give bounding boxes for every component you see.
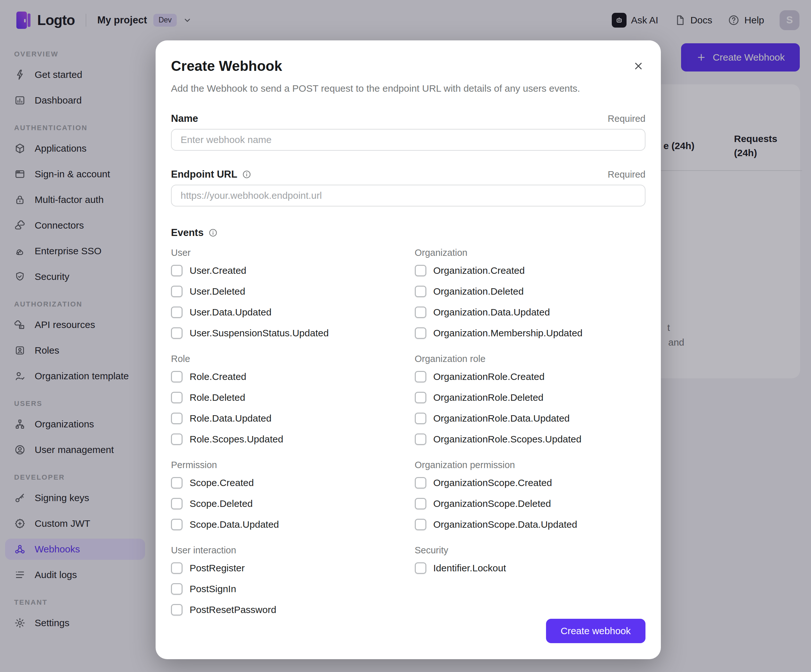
checkbox-user-data-updated[interactable] (171, 306, 183, 318)
checkbox-organization-data-updated[interactable] (415, 306, 426, 318)
event-row: Scope.Deleted (171, 497, 402, 511)
event-group-organization-permission: Organization permissionOrganizationScope… (415, 459, 646, 532)
required-badge: Required (607, 113, 645, 124)
checkbox-identifier-lockout[interactable] (415, 562, 426, 574)
checkbox-organization-deleted[interactable] (415, 286, 426, 297)
event-row: PostRegister (171, 561, 402, 575)
event-label: Organization.Deleted (433, 286, 524, 297)
event-row: OrganizationScope.Data.Updated (415, 518, 646, 532)
event-label: User.Deleted (190, 286, 245, 297)
event-row: Scope.Data.Updated (171, 518, 402, 532)
event-label: Organization.Membership.Updated (433, 328, 583, 339)
checkbox-organizationscope-deleted[interactable] (415, 498, 426, 510)
checkbox-organizationscope-created[interactable] (415, 477, 426, 489)
event-row: OrganizationRole.Scopes.Updated (415, 432, 646, 446)
event-row: Organization.Data.Updated (415, 305, 646, 319)
event-row: Identifier.Lockout (415, 561, 646, 575)
checkbox-role-deleted[interactable] (171, 392, 183, 403)
event-label: Organization.Created (433, 265, 525, 276)
event-label: OrganizationRole.Data.Updated (433, 413, 570, 424)
event-row: Role.Created (171, 370, 402, 384)
create-webhook-submit-button[interactable]: Create webhook (546, 619, 645, 643)
checkbox-scope-created[interactable] (171, 477, 183, 489)
event-group-role: RoleRole.CreatedRole.DeletedRole.Data.Up… (171, 353, 402, 446)
name-field-block: Name Required (171, 113, 645, 151)
event-row: PostSignIn (171, 582, 402, 596)
event-row: User.Data.Updated (171, 305, 402, 319)
checkbox-user-created[interactable] (171, 265, 183, 276)
checkbox-user-deleted[interactable] (171, 286, 183, 297)
event-row: OrganizationScope.Created (415, 476, 646, 490)
event-group-user-interaction: User interactionPostRegisterPostSignInPo… (171, 544, 402, 617)
event-row: Role.Scopes.Updated (171, 432, 402, 446)
checkbox-organization-created[interactable] (415, 265, 426, 276)
event-label: OrganizationScope.Deleted (433, 498, 551, 509)
checkbox-organizationscope-data-updated[interactable] (415, 519, 426, 530)
event-label: PostResetPassword (190, 604, 276, 615)
checkbox-organizationrole-deleted[interactable] (415, 392, 426, 403)
event-label: OrganizationScope.Created (433, 477, 552, 488)
events-grid: UserUser.CreatedUser.DeletedUser.Data.Up… (171, 247, 645, 617)
endpoint-url-field-block: Endpoint URL Required (171, 169, 645, 207)
checkbox-user-suspensionstatus-updated[interactable] (171, 327, 183, 339)
event-label: Scope.Data.Updated (190, 519, 279, 530)
event-row: OrganizationRole.Deleted (415, 391, 646, 405)
event-label: OrganizationRole.Created (433, 371, 545, 382)
event-label: User.SuspensionStatus.Updated (190, 328, 329, 339)
event-label: Scope.Deleted (190, 498, 253, 509)
event-row: Organization.Deleted (415, 284, 646, 298)
event-label: Role.Data.Updated (190, 413, 271, 424)
modal-title: Create Webhook (171, 58, 282, 74)
checkbox-postregister[interactable] (171, 562, 183, 574)
name-field-label: Name (171, 113, 198, 124)
event-group-header: User interaction (171, 544, 402, 556)
endpoint-url-field-label: Endpoint URL (171, 169, 251, 180)
event-label: Identifier.Lockout (433, 563, 506, 574)
event-row: User.Created (171, 264, 402, 278)
checkbox-organizationrole-data-updated[interactable] (415, 413, 426, 424)
checkbox-role-created[interactable] (171, 371, 183, 383)
required-badge: Required (607, 169, 645, 180)
event-row: PostResetPassword (171, 603, 402, 617)
event-row: OrganizationScope.Deleted (415, 497, 646, 511)
event-label: Organization.Data.Updated (433, 307, 550, 318)
event-label: OrganizationRole.Deleted (433, 392, 544, 403)
event-group-header: Role (171, 353, 402, 364)
event-group-organization-role: Organization roleOrganizationRole.Create… (415, 353, 646, 446)
checkbox-role-data-updated[interactable] (171, 413, 183, 424)
event-label: User.Created (190, 265, 246, 276)
checkbox-organization-membership-updated[interactable] (415, 327, 426, 339)
checkbox-organizationrole-created[interactable] (415, 371, 426, 383)
event-row: OrganizationRole.Data.Updated (415, 411, 646, 425)
webhook-name-input[interactable] (171, 129, 645, 151)
event-group-header: Organization (415, 247, 646, 258)
info-icon[interactable] (208, 228, 218, 237)
checkbox-organizationrole-scopes-updated[interactable] (415, 433, 426, 445)
event-group-permission: PermissionScope.CreatedScope.DeletedScop… (171, 459, 402, 532)
checkbox-postresetpassword[interactable] (171, 604, 183, 616)
event-group-header: Organization permission (415, 459, 646, 471)
checkbox-postsignin[interactable] (171, 583, 183, 595)
event-row: Role.Data.Updated (171, 411, 402, 425)
event-label: OrganizationRole.Scopes.Updated (433, 434, 582, 445)
event-row: User.SuspensionStatus.Updated (171, 326, 402, 340)
events-section-label: Events (171, 227, 645, 239)
event-label: Scope.Created (190, 477, 254, 488)
event-label: Role.Created (190, 371, 246, 382)
event-group-header: User (171, 247, 402, 258)
checkbox-role-scopes-updated[interactable] (171, 433, 183, 445)
event-row: Organization.Created (415, 264, 646, 278)
create-webhook-modal: Create Webhook Add the Webhook to send a… (156, 41, 661, 659)
checkbox-scope-data-updated[interactable] (171, 519, 183, 530)
endpoint-url-input[interactable] (171, 185, 645, 207)
event-label: PostRegister (190, 563, 245, 574)
modal-description: Add the Webhook to send a POST request t… (171, 82, 645, 95)
checkbox-scope-deleted[interactable] (171, 498, 183, 510)
event-row: Role.Deleted (171, 391, 402, 405)
close-icon[interactable] (631, 59, 645, 73)
event-row: OrganizationRole.Created (415, 370, 646, 384)
event-label: User.Data.Updated (190, 307, 271, 318)
event-row: Organization.Membership.Updated (415, 326, 646, 340)
event-label: Role.Scopes.Updated (190, 434, 283, 445)
info-icon[interactable] (242, 169, 251, 179)
